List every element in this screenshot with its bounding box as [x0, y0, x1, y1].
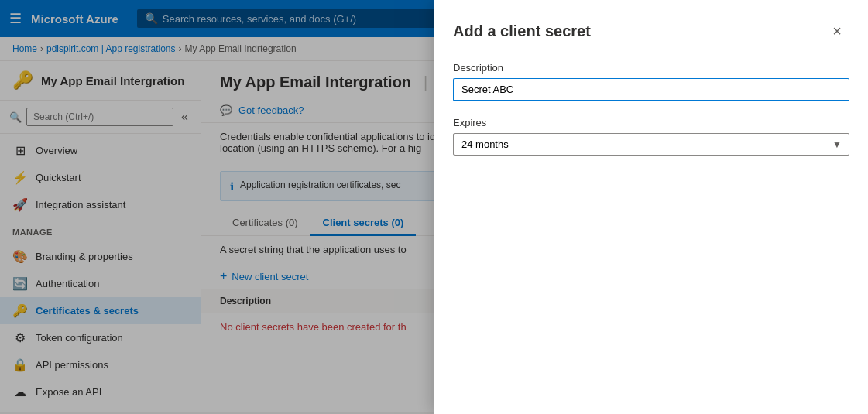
panel-header: Add a client secret ×: [453, 19, 849, 43]
description-field-row: Description: [453, 62, 849, 101]
expires-select-wrapper: 3 months 6 months 12 months 18 months 24…: [453, 133, 849, 156]
panel-close-button[interactable]: ×: [825, 19, 849, 43]
description-input[interactable]: [453, 78, 849, 101]
expires-field-row: Expires 3 months 6 months 12 months 18 m…: [453, 117, 849, 156]
description-label: Description: [453, 62, 849, 74]
expires-select[interactable]: 3 months 6 months 12 months 18 months 24…: [453, 133, 849, 156]
panel-title: Add a client secret: [453, 22, 591, 40]
expires-label: Expires: [453, 117, 849, 128]
add-client-secret-panel: Add a client secret × Description Expire…: [434, 0, 868, 412]
